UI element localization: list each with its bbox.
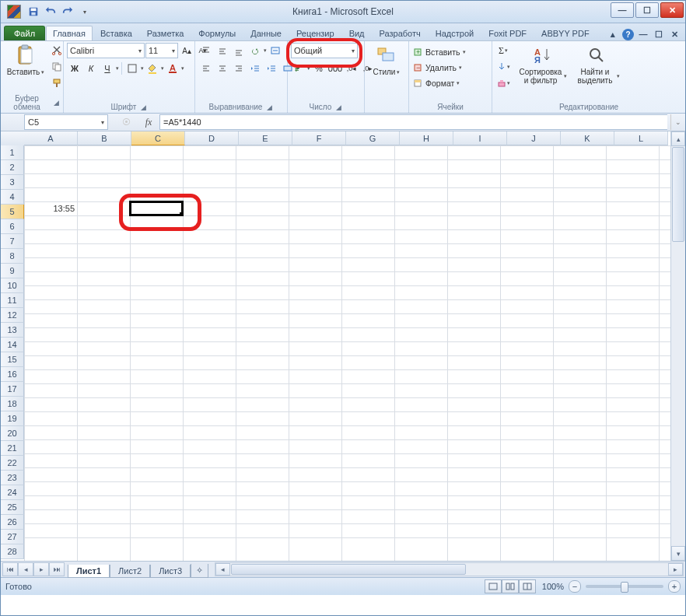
row-header[interactable]: 5 [1,205,24,219]
dialog-launcher-icon[interactable]: ◢ [139,103,147,111]
redo-button[interactable] [60,4,75,19]
page-break-view-button[interactable] [519,579,536,593]
copy-button[interactable] [49,59,65,75]
row-header[interactable]: 21 [1,441,24,456]
qat-customize[interactable]: ▾ [77,4,93,19]
minimize-ribbon-button[interactable]: ▴ [607,28,619,40]
scroll-left-button[interactable]: ◂ [215,563,230,576]
row-header[interactable]: 1 [1,145,24,160]
select-all-corner[interactable] [1,131,25,146]
align-top-button[interactable] [198,43,214,58]
border-button[interactable] [124,61,140,76]
window-restore-icon[interactable]: ☐ [653,28,665,40]
decrease-indent-button[interactable] [247,61,263,76]
row-header[interactable]: 12 [1,308,24,323]
row-header[interactable]: 22 [1,456,24,471]
row-header[interactable]: 24 [1,485,24,500]
increase-indent-button[interactable] [264,61,279,76]
worksheet-grid[interactable]: ABCDEFGHIJKL 123456789101112131415161718… [1,131,685,561]
row-header[interactable]: 9 [1,264,24,278]
dialog-launcher-icon[interactable]: ◢ [265,103,273,111]
insert-cells-button[interactable]: +Вставить ▾ [412,44,466,60]
delete-cells-button[interactable]: −Удалить ▾ [412,60,462,75]
column-header[interactable]: F [292,131,346,145]
tab-developer[interactable]: Разработч [373,26,428,40]
new-sheet-button[interactable]: ✧ [191,564,208,578]
align-center-button[interactable] [215,61,230,76]
styles-button[interactable]: Стили▾ [368,43,405,78]
row-header[interactable]: 23 [1,471,24,485]
align-left-button[interactable] [198,61,214,76]
tab-review[interactable]: Рецензир [289,26,341,40]
undo-button[interactable] [43,4,58,19]
scroll-up-button[interactable]: ▴ [671,131,685,146]
zoom-out-button[interactable]: − [569,580,581,593]
next-sheet-button[interactable]: ▸ [33,562,49,576]
column-header[interactable]: A [24,131,78,145]
file-tab[interactable]: Файл [4,26,45,40]
format-cells-button[interactable]: Формат ▾ [412,75,460,91]
orientation-button[interactable]: ⭯ [247,43,263,58]
sheet-tab-2[interactable]: Лист2 [110,565,150,578]
column-header[interactable]: C [131,131,185,145]
row-header[interactable]: 6 [1,219,24,234]
column-header[interactable]: I [453,131,507,145]
column-header[interactable]: B [78,131,131,145]
zoom-slider[interactable] [586,585,663,588]
row-header[interactable]: 2 [1,160,24,175]
first-sheet-button[interactable]: ⏮ [2,562,18,576]
column-header[interactable]: E [239,131,292,145]
tab-data[interactable]: Данные [243,26,289,40]
number-format-combo[interactable]: Общий▾ [291,43,358,58]
row-header[interactable]: 3 [1,175,24,190]
format-painter-button[interactable] [49,75,65,91]
percent-button[interactable]: % [311,61,327,76]
underline-button[interactable]: Ч [100,61,115,76]
vscroll-thumb[interactable] [672,147,684,242]
comma-button[interactable]: 000 [327,61,343,76]
fill-button[interactable]: ▾ [495,59,511,75]
tab-foxit[interactable]: Foxit PDF [481,26,534,40]
row-header[interactable]: 14 [1,338,24,352]
tab-abbyy[interactable]: ABBYY PDF [534,26,597,40]
bold-button[interactable]: Ж [67,61,82,76]
cell[interactable]: 13:55 [24,201,77,215]
paste-button[interactable]: Вставить▾ [4,43,47,78]
normal-view-button[interactable] [485,579,502,593]
accounting-format-button[interactable]: ₽ [291,61,306,76]
row-header[interactable]: 13 [1,323,24,338]
font-color-button[interactable]: A [165,61,180,76]
tab-layout[interactable]: Разметка [140,26,191,40]
close-button[interactable]: ✕ [660,2,684,18]
align-bottom-button[interactable] [231,43,247,58]
page-layout-view-button[interactable] [502,579,519,593]
hscroll-thumb[interactable] [231,564,466,575]
cut-button[interactable] [49,43,65,58]
row-header[interactable]: 8 [1,249,24,264]
formula-input[interactable]: =A5*1440 [159,114,667,130]
fx-button[interactable]: fx [141,115,156,129]
scroll-down-button[interactable]: ▾ [671,546,685,561]
autosum-button[interactable]: Σ▾ [495,43,511,58]
column-header[interactable]: D [185,131,239,145]
tab-insert[interactable]: Вставка [93,26,139,40]
row-header[interactable]: 7 [1,234,24,249]
column-header[interactable]: K [561,131,614,145]
scroll-right-button[interactable]: ▸ [668,563,683,576]
column-header[interactable]: L [614,131,668,145]
row-header[interactable]: 19 [1,411,24,426]
help-button[interactable]: ? [622,29,634,40]
column-header[interactable]: G [346,131,400,145]
wrap-text-button[interactable] [268,43,283,58]
horizontal-scrollbar[interactable]: ◂ ▸ [215,562,684,576]
row-header[interactable]: 4 [1,190,24,205]
window-close-icon[interactable]: ✕ [668,28,681,40]
expand-formula-bar-button[interactable]: ⌄ [670,114,685,130]
last-sheet-button[interactable]: ⏭ [49,562,65,576]
align-middle-button[interactable] [215,43,230,58]
row-header[interactable]: 26 [1,515,24,530]
row-header[interactable]: 17 [1,382,24,397]
increase-decimal-button[interactable]: ,0◂ [344,61,359,76]
italic-button[interactable]: К [83,61,99,76]
row-header[interactable]: 10 [1,278,24,293]
